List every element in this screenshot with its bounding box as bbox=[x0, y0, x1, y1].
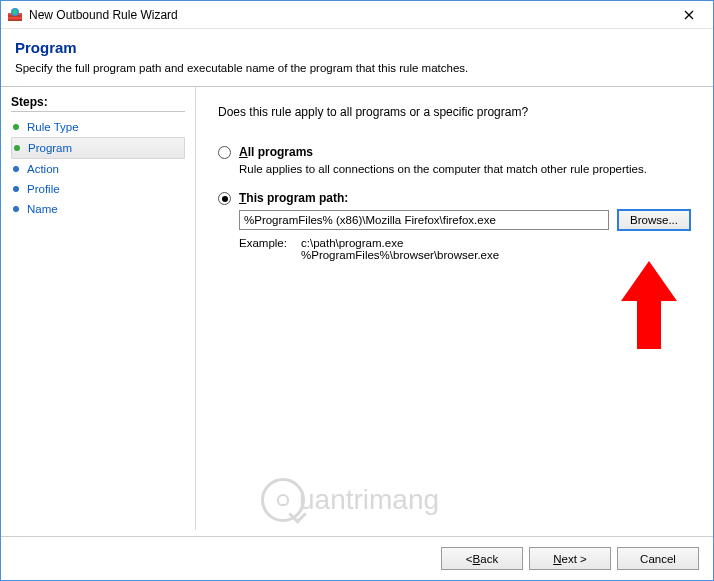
window-title: New Outbound Rule Wizard bbox=[29, 8, 669, 22]
page-subtitle: Specify the full program path and execut… bbox=[15, 62, 699, 74]
steps-sidebar: Steps: Rule Type Program Action Profile … bbox=[1, 87, 196, 530]
program-path-input[interactable] bbox=[239, 210, 609, 230]
step-label: Program bbox=[28, 142, 72, 154]
step-profile[interactable]: Profile bbox=[11, 179, 185, 199]
body: Steps: Rule Type Program Action Profile … bbox=[1, 87, 713, 530]
example-block: Example: c:\path\program.exe %ProgramFil… bbox=[239, 237, 691, 261]
titlebar[interactable]: New Outbound Rule Wizard bbox=[1, 1, 713, 29]
option-this-program-path[interactable]: This program path: bbox=[218, 191, 691, 205]
close-icon bbox=[684, 10, 694, 20]
step-label: Rule Type bbox=[27, 121, 79, 133]
close-button[interactable] bbox=[669, 3, 709, 27]
option-all-desc: Rule applies to all connections on the c… bbox=[239, 163, 691, 175]
svg-point-4 bbox=[13, 9, 17, 13]
radio-icon[interactable] bbox=[218, 146, 231, 159]
option-all-programs[interactable]: All programs bbox=[218, 145, 691, 159]
question-text: Does this rule apply to all programs or … bbox=[218, 105, 691, 119]
radio-icon[interactable] bbox=[218, 192, 231, 205]
back-button[interactable]: < Back bbox=[441, 547, 523, 570]
bullet-icon bbox=[13, 186, 19, 192]
next-button[interactable]: Next > bbox=[529, 547, 611, 570]
bullet-icon bbox=[13, 124, 19, 130]
bullet-icon bbox=[13, 206, 19, 212]
header: Program Specify the full program path an… bbox=[1, 29, 713, 87]
example-label: Example: bbox=[239, 237, 301, 261]
example-lines: c:\path\program.exe %ProgramFiles%\brows… bbox=[301, 237, 499, 261]
option-all-title: All programs bbox=[239, 145, 313, 159]
option-path-title: This program path: bbox=[239, 191, 348, 205]
svg-rect-2 bbox=[8, 17, 22, 19]
browse-button[interactable]: Browse... bbox=[617, 209, 691, 231]
step-program[interactable]: Program bbox=[11, 137, 185, 159]
program-path-row: Browse... bbox=[239, 209, 691, 231]
cancel-button[interactable]: Cancel bbox=[617, 547, 699, 570]
step-label: Profile bbox=[27, 183, 60, 195]
step-rule-type[interactable]: Rule Type bbox=[11, 117, 185, 137]
wizard-window: New Outbound Rule Wizard Program Specify… bbox=[0, 0, 714, 581]
footer: < Back Next > Cancel bbox=[1, 536, 713, 580]
page-title: Program bbox=[15, 39, 699, 56]
step-action[interactable]: Action bbox=[11, 159, 185, 179]
firewall-icon bbox=[7, 7, 23, 23]
bullet-icon bbox=[14, 145, 20, 151]
step-label: Action bbox=[27, 163, 59, 175]
main-pane: Does this rule apply to all programs or … bbox=[196, 87, 713, 530]
bullet-icon bbox=[13, 166, 19, 172]
step-label: Name bbox=[27, 203, 58, 215]
steps-heading: Steps: bbox=[11, 95, 185, 112]
step-name[interactable]: Name bbox=[11, 199, 185, 219]
